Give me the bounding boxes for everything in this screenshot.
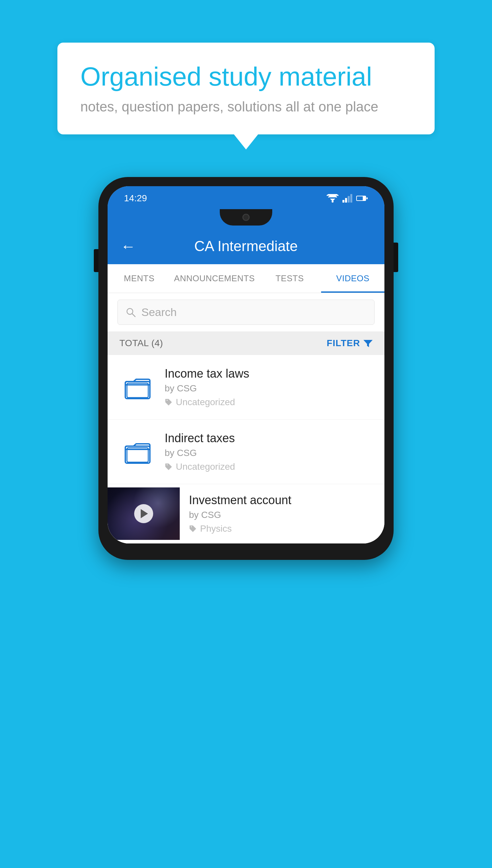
item-info-video: Investment account by CSG Physics xyxy=(189,484,373,543)
phone-screen: 14:29 xyxy=(107,186,385,544)
status-icons xyxy=(327,194,368,203)
bubble-subtitle: notes, question papers, solutions all at… xyxy=(80,99,412,115)
tab-videos[interactable]: VIDEOS xyxy=(321,264,385,293)
status-bar: 14:29 xyxy=(107,186,385,209)
battery-icon xyxy=(356,195,368,202)
search-bar[interactable]: Search xyxy=(117,299,375,325)
search-placeholder: Search xyxy=(141,306,177,319)
svg-rect-7 xyxy=(357,196,363,200)
item-title: Income tax laws xyxy=(165,367,373,380)
item-tag: Physics xyxy=(189,524,373,534)
signal-icon xyxy=(342,194,352,203)
camera xyxy=(242,214,250,221)
svg-marker-11 xyxy=(363,340,373,347)
tab-tests[interactable]: TESTS xyxy=(258,264,321,293)
play-triangle-icon xyxy=(141,509,148,518)
tag-icon xyxy=(165,463,173,471)
svg-rect-14 xyxy=(125,446,150,463)
filter-icon xyxy=(363,339,373,348)
svg-point-1 xyxy=(331,201,334,203)
list-item[interactable]: Income tax laws by CSG Uncategorized xyxy=(107,355,385,420)
item-author: by CSG xyxy=(165,448,373,458)
svg-rect-3 xyxy=(345,198,347,203)
svg-rect-2 xyxy=(342,200,344,203)
svg-rect-8 xyxy=(366,197,368,199)
filter-label: FILTER xyxy=(327,338,360,348)
item-tag: Uncategorized xyxy=(165,397,373,407)
item-info: Income tax laws by CSG Uncategorized xyxy=(165,367,373,407)
power-button-right xyxy=(394,242,398,272)
notch-cutout xyxy=(220,209,272,226)
tab-announcements[interactable]: ANNOUNCEMENTS xyxy=(171,264,258,293)
filter-bar: TOTAL (4) FILTER xyxy=(107,332,385,355)
svg-line-10 xyxy=(132,314,135,317)
item-title: Investment account xyxy=(189,493,373,507)
phone-mockup: 14:29 xyxy=(98,177,394,560)
folder-icon xyxy=(124,438,151,466)
item-title: Indirect taxes xyxy=(165,431,373,445)
tab-documents[interactable]: MENTS xyxy=(107,264,171,293)
search-container: Search xyxy=(107,293,385,332)
list-item[interactable]: Indirect taxes by CSG Uncategorized xyxy=(107,420,385,484)
screen-title: CA Intermediate xyxy=(194,238,298,254)
folder-icon-container xyxy=(119,369,155,405)
svg-rect-4 xyxy=(348,196,350,203)
notch xyxy=(107,209,385,228)
back-button[interactable]: ← xyxy=(121,237,136,255)
status-time: 14:29 xyxy=(124,193,147,204)
svg-rect-12 xyxy=(125,382,150,399)
play-button[interactable] xyxy=(134,504,153,523)
tag-icon xyxy=(189,525,197,533)
item-author: by CSG xyxy=(189,510,373,520)
item-author: by CSG xyxy=(165,383,373,394)
folder-icon xyxy=(124,373,151,401)
video-thumbnail xyxy=(107,488,180,540)
volume-button-left xyxy=(94,249,98,272)
filter-button[interactable]: FILTER xyxy=(327,338,373,348)
tag-icon xyxy=(165,398,173,406)
app-header: ← CA Intermediate xyxy=(107,228,385,264)
item-tag: Uncategorized xyxy=(165,462,373,472)
speech-bubble: Organised study material notes, question… xyxy=(57,43,435,134)
bubble-title: Organised study material xyxy=(80,62,412,91)
total-count: TOTAL (4) xyxy=(119,338,163,348)
wifi-icon xyxy=(327,194,339,203)
search-icon xyxy=(126,307,136,318)
item-info: Indirect taxes by CSG Uncategorized xyxy=(165,431,373,472)
folder-icon-container xyxy=(119,434,155,470)
svg-rect-5 xyxy=(350,194,352,203)
tabs-bar: MENTS ANNOUNCEMENTS TESTS VIDEOS xyxy=(107,264,385,293)
list-item-video[interactable]: Investment account by CSG Physics xyxy=(107,484,385,544)
